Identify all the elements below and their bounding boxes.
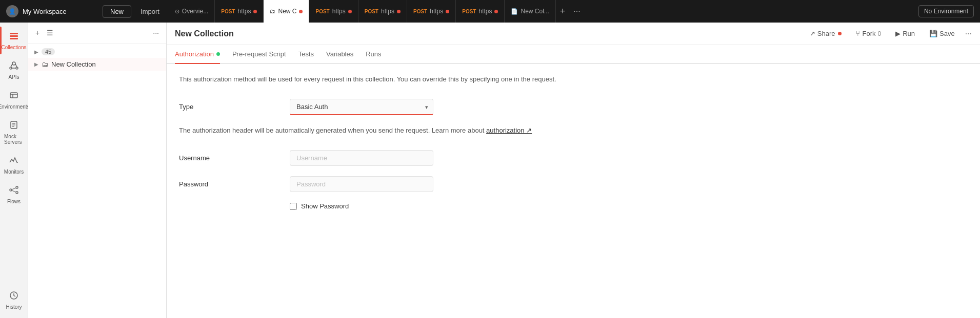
add-collection-button[interactable]: + — [33, 27, 42, 39]
tab-post1[interactable]: POST https — [215, 0, 264, 23]
username-input[interactable] — [290, 150, 433, 166]
environment-selector[interactable]: No Environment — [918, 5, 974, 17]
tab-unsaved-dot — [253, 10, 257, 13]
content-body: This authorization method will be used f… — [167, 64, 980, 318]
folder-icon: 🗂 — [42, 60, 48, 68]
nav-item-apis[interactable]: APIs — [1, 56, 27, 84]
tab-newcol[interactable]: 📄 New Col... — [505, 0, 555, 23]
flows-icon — [9, 185, 19, 197]
tree-badge-45: 45 — [42, 48, 55, 55]
type-label: Type — [179, 103, 282, 111]
top-tabs-bar: ⊙ Overvie... POST https 🗂 New C POST htt… — [169, 0, 974, 23]
tab-post4[interactable]: POST https — [407, 0, 456, 23]
tab-tests[interactable]: Tests — [298, 45, 314, 64]
import-button[interactable]: Import — [135, 6, 165, 17]
monitors-icon — [9, 155, 19, 167]
show-password-checkbox[interactable] — [290, 203, 297, 210]
share-icon: ↗ — [810, 30, 815, 37]
apis-icon — [9, 60, 19, 73]
mock-servers-icon — [9, 120, 19, 132]
username-row: Username — [179, 150, 968, 166]
sidebar-header: + ☰ ··· — [28, 23, 166, 44]
save-icon: 💾 — [929, 30, 937, 37]
svg-line-7 — [15, 64, 17, 67]
authorization-link[interactable]: authorization ↗ — [486, 126, 532, 134]
nav-item-flows[interactable]: Flows — [1, 181, 27, 208]
type-row: Type Basic Auth No Auth API Key Bearer T… — [179, 99, 968, 115]
save-button[interactable]: 💾 Save — [925, 28, 959, 39]
new-button[interactable]: New — [103, 5, 131, 18]
left-nav: Collections APIs Environments Mock Serve… — [0, 23, 28, 318]
share-notification-dot — [838, 32, 842, 35]
sidebar: + ☰ ··· ▶ 45 ▶ 🗂 New Collection — [28, 23, 167, 318]
auth-type-select[interactable]: Basic Auth No Auth API Key Bearer Token … — [290, 99, 433, 115]
active-indicator — [0, 27, 2, 54]
tab-unsaved-dot5 — [446, 10, 449, 13]
share-button[interactable]: ↗ Share — [806, 28, 846, 39]
show-password-label[interactable]: Show Password — [301, 202, 349, 210]
nav-item-mock-servers[interactable]: Mock Servers — [1, 116, 27, 149]
header-actions: ↗ Share ⑂ Fork 0 ▶ Run 💾 Save ··· — [806, 28, 972, 39]
collections-icon — [9, 31, 19, 43]
main-area: Collections APIs Environments Mock Serve… — [0, 23, 980, 318]
top-bar: 👤 My Workspace New Import ⊙ Overvie... P… — [0, 0, 980, 23]
content-area: New Collection ↗ Share ⑂ Fork 0 ▶ Run — [167, 23, 980, 318]
tab-pre-request-script[interactable]: Pre-request Script — [232, 45, 286, 64]
more-tabs-button[interactable]: ··· — [569, 7, 584, 16]
nav-monitors-label: Monitors — [4, 169, 24, 175]
tab-post2[interactable]: POST https — [309, 0, 358, 23]
fork-count: 0 — [877, 30, 881, 37]
filter-button[interactable]: ☰ — [45, 27, 55, 39]
workspace-name: My Workspace — [23, 8, 67, 15]
tab-post-label: POST — [221, 9, 235, 14]
content-more-button[interactable]: ··· — [965, 29, 972, 38]
history-icon — [9, 290, 19, 303]
auth-sub-description: The authorization header will be automat… — [179, 125, 538, 136]
content-header: New Collection ↗ Share ⑂ Fork 0 ▶ Run — [167, 23, 980, 45]
svg-point-16 — [10, 189, 12, 191]
page-title: New Collection — [175, 29, 234, 38]
nav-item-monitors[interactable]: Monitors — [1, 151, 27, 179]
svg-line-6 — [11, 64, 12, 67]
tab-post-label5: POST — [462, 9, 476, 14]
svg-point-5 — [16, 67, 18, 69]
auth-description: This authorization method will be used f… — [179, 74, 968, 84]
workspace-area: 👤 My Workspace — [6, 5, 98, 17]
tab-variables[interactable]: Variables — [326, 45, 353, 64]
fork-button[interactable]: ⑂ Fork 0 — [852, 28, 885, 39]
sidebar-more-button[interactable]: ··· — [151, 27, 161, 39]
svg-point-4 — [10, 67, 12, 69]
svg-point-3 — [12, 62, 15, 65]
tree-item-45[interactable]: ▶ 45 — [28, 46, 166, 58]
newcol-icon: 📄 — [511, 8, 518, 15]
nav-collections-wrapper: Collections — [0, 27, 28, 54]
svg-line-19 — [12, 188, 16, 189]
overview-icon: ⊙ — [175, 8, 179, 15]
tab-post3[interactable]: POST https — [358, 0, 407, 23]
svg-rect-1 — [10, 35, 18, 37]
collection-icon: 🗂 — [270, 8, 275, 14]
tab-runs[interactable]: Runs — [366, 45, 381, 64]
tab-authorization[interactable]: Authorization — [175, 45, 220, 64]
nav-apis-label: APIs — [8, 74, 19, 80]
svg-rect-0 — [10, 33, 18, 34]
tab-post-label2: POST — [315, 9, 329, 14]
tab-post-label3: POST — [365, 9, 378, 14]
password-row: Password — [179, 176, 968, 192]
svg-line-20 — [12, 190, 16, 192]
password-input[interactable] — [290, 176, 433, 192]
add-tab-button[interactable]: + — [556, 6, 570, 17]
tab-overview[interactable]: ⊙ Overvie... — [169, 0, 215, 23]
svg-point-17 — [16, 186, 18, 188]
svg-point-18 — [16, 192, 18, 194]
tab-new-collection[interactable]: 🗂 New C — [264, 0, 309, 23]
run-button[interactable]: ▶ Run — [891, 28, 919, 39]
svg-rect-2 — [10, 38, 18, 39]
nav-collections-label: Collections — [2, 45, 27, 50]
nav-item-collections[interactable]: Collections — [1, 27, 27, 54]
tree-item-label: New Collection — [51, 60, 96, 68]
tab-post5[interactable]: POST https — [456, 0, 505, 23]
tree-item-new-collection[interactable]: ▶ 🗂 New Collection — [28, 58, 166, 71]
nav-item-environments[interactable]: Environments — [1, 86, 27, 114]
nav-item-history[interactable]: History — [1, 286, 27, 314]
